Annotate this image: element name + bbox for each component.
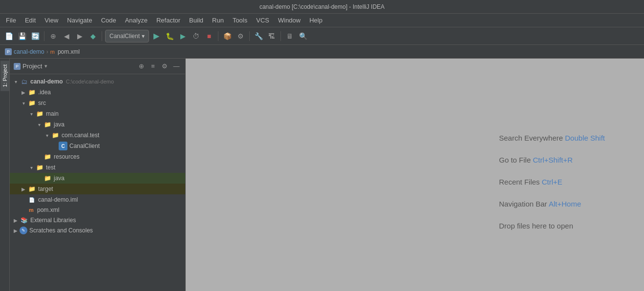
side-tab: 1: Project <box>0 59 10 291</box>
run-config-dropdown-icon: ▾ <box>142 33 145 40</box>
debug-btn[interactable]: 🐛 <box>164 30 175 42</box>
breadcrumb: P canal-demo › m pom.xml <box>0 45 644 59</box>
tree-item-pom[interactable]: ▶ m pom.xml <box>10 205 185 215</box>
icon-src: 📁 <box>27 99 36 107</box>
back-btn[interactable]: ◀ <box>61 30 72 42</box>
project-structure-btn[interactable]: 🏗 <box>266 30 278 42</box>
hint-recent-label: Recent Files <box>499 178 542 186</box>
tree-item-ext-libs[interactable]: ▶ 📚 External Libraries <box>10 215 185 226</box>
tree-item-com-canal[interactable]: ▾ 📁 com.canal.test <box>10 130 185 141</box>
menu-edit[interactable]: Edit <box>21 15 40 25</box>
label-java-main: java <box>54 121 64 128</box>
hint-recent-key: Ctrl+E <box>542 178 562 186</box>
label-canal-client: CanalClient <box>69 143 100 149</box>
toolbar: 📄 💾 🔄 ⊕ ◀ ▶ ◆ CanalClient ▾ ▶ 🐛 ▶ ⏱ ■ 📦 … <box>0 27 644 45</box>
tree-item-java-main[interactable]: ▾ 📁 java <box>10 119 185 130</box>
menu-build[interactable]: Build <box>185 15 207 25</box>
panel-hide-btn[interactable]: — <box>172 62 181 71</box>
label-src: src <box>38 100 46 106</box>
tree-item-src[interactable]: ▾ 📁 src <box>10 98 185 108</box>
hint-nav-label: Navigation Bar <box>499 200 549 208</box>
menu-vcs[interactable]: VCS <box>252 15 273 25</box>
new-file-btn[interactable]: 📄 <box>3 30 15 42</box>
tree-item-iml[interactable]: ▶ 📄 canal-demo.iml <box>10 194 185 205</box>
icon-scratches: ✎ <box>20 227 27 234</box>
hint-search-everywhere: Search Everywhere Double Shift <box>499 134 605 142</box>
arrow-canal-demo: ▾ <box>12 79 20 84</box>
menu-navigate[interactable]: Navigate <box>63 15 96 25</box>
label-main: main <box>46 110 59 117</box>
presentation-btn[interactable]: 🖥 <box>284 30 296 42</box>
bookmark-btn[interactable]: ◆ <box>87 30 99 42</box>
project-tab[interactable]: 1: Project <box>0 61 9 91</box>
label-iml: canal-demo.iml <box>38 196 78 203</box>
path-canal-demo: C:\code\canal-demo <box>66 79 114 84</box>
hint-search-label: Search Everywhere <box>499 134 565 142</box>
sync-btn[interactable]: 🔄 <box>29 30 41 42</box>
tree-item-idea[interactable]: ▶ 📁 .idea <box>10 87 185 98</box>
label-target: target <box>38 186 53 192</box>
save-btn[interactable]: 💾 <box>16 30 28 42</box>
menu-tools[interactable]: Tools <box>229 15 251 25</box>
breadcrumb-file-icon: m <box>50 49 55 55</box>
tree-item-main[interactable]: ▾ 📁 main <box>10 108 185 119</box>
toolbar-sep-5 <box>280 31 281 41</box>
toolbar-sep-1 <box>44 31 44 41</box>
menu-view[interactable]: View <box>41 15 62 25</box>
tree-item-java-test[interactable]: ▶ 📁 java <box>10 173 185 184</box>
project-panel-title: Project <box>22 62 42 70</box>
profile-btn[interactable]: ⏱ <box>190 30 202 42</box>
menu-code[interactable]: Code <box>97 15 120 25</box>
menu-file[interactable]: File <box>2 15 20 25</box>
stop-btn[interactable]: ■ <box>203 30 215 42</box>
panel-settings-btn[interactable]: ⚙ <box>160 62 170 71</box>
project-panel-dropdown[interactable]: ▾ <box>44 63 47 69</box>
locate-btn[interactable]: ⊕ <box>136 62 146 71</box>
main-layout: 1: Project P Project ▾ ⊕ ≡ ⚙ — ▾ 🗂 canal… <box>0 59 644 291</box>
menu-help[interactable]: Help <box>305 15 326 25</box>
menu-analyze[interactable]: Analyze <box>121 15 151 25</box>
panel-actions: ⊕ ≡ ⚙ — <box>136 62 181 71</box>
tree-item-canal-client[interactable]: ▶ C CanalClient <box>10 141 185 151</box>
arrow-java-main: ▾ <box>35 122 43 127</box>
menu-window[interactable]: Window <box>274 15 304 25</box>
gradle-btn[interactable]: 📦 <box>221 30 233 42</box>
icon-java-main: 📁 <box>43 120 52 129</box>
label-pom: pom.xml <box>37 207 59 213</box>
maven-btn[interactable]: ⚙ <box>235 30 246 42</box>
menu-refactor[interactable]: Refactor <box>152 15 184 25</box>
hint-nav-bar: Navigation Bar Alt+Home <box>499 200 605 208</box>
label-canal-demo: canal-demo <box>30 78 63 85</box>
toolbar-sep-4 <box>249 31 250 41</box>
arrow-test: ▾ <box>27 165 35 170</box>
run-config-selector[interactable]: CanalClient ▾ <box>105 30 149 42</box>
breadcrumb-project[interactable]: canal-demo <box>14 48 44 55</box>
title-text: canal-demo [C:\code\canal-demo] - Intell… <box>259 3 385 10</box>
tree-item-canal-demo[interactable]: ▾ 🗂 canal-demo C:\code\canal-demo <box>10 76 185 87</box>
breadcrumb-file[interactable]: pom.xml <box>58 48 80 55</box>
collapse-btn[interactable]: ≡ <box>148 62 158 71</box>
label-com-canal: com.canal.test <box>62 132 99 139</box>
project-panel: P Project ▾ ⊕ ≡ ⚙ — ▾ 🗂 canal-demo C:\co… <box>10 59 186 291</box>
hint-nav-key: Alt+Home <box>549 200 581 208</box>
icon-java-test: 📁 <box>43 174 52 183</box>
search-btn[interactable]: 🔍 <box>297 30 309 42</box>
icon-canal-client: C <box>59 142 67 150</box>
arrow-ext-libs: ▶ <box>12 218 20 223</box>
tree-item-scratches[interactable]: ▶ ✎ Scratches and Consoles <box>10 226 185 235</box>
tree-item-target[interactable]: ▶ 📁 target <box>10 184 185 194</box>
label-java-test: java <box>54 175 64 182</box>
settings-btn[interactable]: 🔧 <box>253 30 264 42</box>
tree-item-test[interactable]: ▾ 📁 test <box>10 162 185 173</box>
add-btn[interactable]: ⊕ <box>47 30 59 42</box>
run-btn[interactable]: ▶ <box>150 30 162 42</box>
menu-run[interactable]: Run <box>208 15 228 25</box>
label-scratches: Scratches and Consoles <box>29 227 93 234</box>
label-resources: resources <box>54 153 80 160</box>
file-tree: ▾ 🗂 canal-demo C:\code\canal-demo ▶ 📁 .i… <box>10 74 185 291</box>
icon-test: 📁 <box>35 163 44 172</box>
tree-item-resources[interactable]: ▶ 📁 resources <box>10 151 185 162</box>
forward-btn[interactable]: ▶ <box>74 30 86 42</box>
run-config-name: CanalClient <box>109 33 140 40</box>
run-coverage-btn[interactable]: ▶ <box>177 30 189 42</box>
